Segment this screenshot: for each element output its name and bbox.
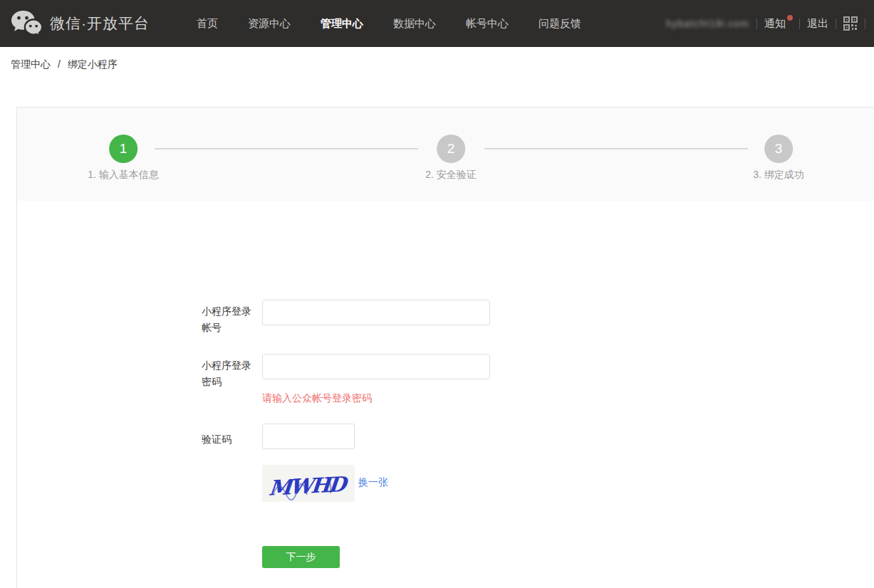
main-nav: 首页 资源中心 管理中心 数据中心 帐号中心 问题反馈 xyxy=(197,17,611,31)
breadcrumb-current-bind-miniprogram: 绑定小程序 xyxy=(68,58,118,70)
miniprogram-account-label: 小程序登录帐号 xyxy=(202,303,257,336)
steps-indicator: 1 1. 输入基本信息 2 2. 安全验证 3 3. 绑定成功 xyxy=(17,107,874,201)
step-3-circle: 3 xyxy=(764,135,793,163)
divider xyxy=(836,19,836,29)
step-2-security-check: 2 2. 安全验证 xyxy=(425,135,477,182)
notifications-label: 通知 xyxy=(764,17,786,29)
notification-dot xyxy=(787,15,793,21)
captcha-input[interactable] xyxy=(262,424,355,449)
brand-title: 微信·开放平台 xyxy=(50,14,150,33)
brand-home-link[interactable]: 微信·开放平台 xyxy=(10,9,150,38)
nav-item-management-center[interactable]: 管理中心 xyxy=(321,17,363,31)
step-2-label: 2. 安全验证 xyxy=(425,169,477,182)
breadcrumb-management-center[interactable]: 管理中心 xyxy=(11,58,51,70)
step-connector-line xyxy=(155,148,418,149)
notifications-link[interactable]: 通知 xyxy=(764,17,792,31)
next-step-button[interactable]: 下一步 xyxy=(262,546,340,568)
miniprogram-password-input[interactable] xyxy=(262,354,490,379)
nav-item-account-center[interactable]: 帐号中心 xyxy=(466,17,509,31)
captcha-image: MWHD xyxy=(262,465,355,502)
step-1-label: 1. 输入基本信息 xyxy=(88,169,159,182)
step-1-basic-info: 1 1. 输入基本信息 xyxy=(88,135,159,182)
qr-code-icon[interactable] xyxy=(843,16,858,31)
miniprogram-account-input[interactable] xyxy=(262,300,490,325)
step-3-bind-success: 3 3. 绑定成功 xyxy=(753,135,804,182)
password-error-message: 请输入公众帐号登录密码 xyxy=(262,392,372,405)
nav-item-feedback[interactable]: 问题反馈 xyxy=(539,17,581,31)
captcha-label: 验证码 xyxy=(202,431,257,448)
step-3-label: 3. 绑定成功 xyxy=(753,169,804,182)
topbar-account-area: hybatcht18i.com 通知 退出 xyxy=(666,0,873,47)
divider xyxy=(799,19,800,29)
captcha-refresh-link[interactable]: 换一张 xyxy=(358,476,388,489)
nav-item-resource-center[interactable]: 资源中心 xyxy=(248,17,291,31)
breadcrumb: 管理中心 / 绑定小程序 xyxy=(11,58,118,71)
nav-item-home[interactable]: 首页 xyxy=(197,17,218,31)
content-panel: 1 1. 输入基本信息 2 2. 安全验证 3 3. 绑定成功 小程序登录帐号 … xyxy=(16,107,874,588)
miniprogram-password-label: 小程序登录密码 xyxy=(202,357,257,390)
step-connector-line xyxy=(484,148,748,149)
divider xyxy=(865,19,865,29)
step-1-circle: 1 xyxy=(109,135,137,163)
top-navbar: 微信·开放平台 首页 资源中心 管理中心 数据中心 帐号中心 问题反馈 hyba… xyxy=(0,0,874,47)
logout-link[interactable]: 退出 xyxy=(807,17,828,31)
nav-item-data-center[interactable]: 数据中心 xyxy=(393,17,436,31)
divider xyxy=(756,19,757,29)
account-email-blurred: hybatcht18i.com xyxy=(666,18,749,29)
wechat-logo-icon xyxy=(10,9,43,38)
breadcrumb-separator: / xyxy=(58,58,61,70)
step-2-circle: 2 xyxy=(437,135,465,163)
